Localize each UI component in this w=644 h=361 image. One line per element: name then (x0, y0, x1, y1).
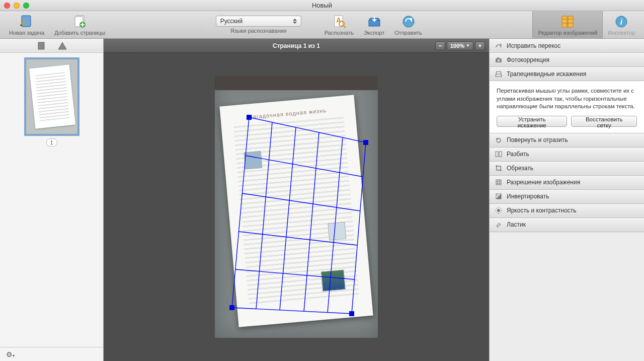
eraser-label: Ластик (507, 221, 526, 228)
svg-point-8 (403, 16, 414, 27)
warnings-icon[interactable] (58, 41, 67, 50)
tools-panel: Исправить перекос Фотокоррекция Трапецие… (489, 39, 644, 361)
svg-line-44 (501, 208, 502, 209)
rotate-flip-label: Повернуть и отразить (507, 136, 568, 143)
window-zoom-button[interactable] (23, 3, 29, 9)
invert-section[interactable]: Инвертировать (490, 190, 644, 204)
svg-text:A: A (336, 16, 341, 24)
page-thumbnail-number: 1 (46, 138, 57, 147)
titlebar: Новый (0, 0, 644, 11)
pages-sidebar: 1 ⚙▾ (0, 39, 104, 361)
svg-rect-29 (497, 57, 499, 59)
crop-label: Обрезать (507, 165, 533, 172)
send-icon (400, 14, 417, 30)
export-icon (366, 14, 382, 30)
split-icon (495, 150, 503, 158)
recognize-icon: A (331, 14, 347, 30)
send-button[interactable]: Отправить (389, 11, 427, 38)
settings-gear-icon[interactable]: ⚙▾ (6, 350, 15, 358)
crop-icon (495, 164, 503, 172)
document-image[interactable]: Загадочная водная жизнь (215, 76, 378, 338)
export-button[interactable]: Экспорт (359, 11, 389, 38)
svg-rect-26 (229, 305, 234, 310)
new-task-button[interactable]: Новая задача (4, 11, 49, 38)
deskew-label: Исправить перекос (507, 42, 560, 49)
image-editor-icon (559, 14, 576, 30)
deskew-icon (495, 42, 503, 50)
language-caption: Языки распознавания (230, 28, 287, 34)
add-pages-label: Добавить страницы (54, 30, 105, 36)
inspector-tab[interactable]: i Инспектор (603, 11, 640, 38)
inspector-label: Инспектор (608, 30, 635, 36)
svg-rect-9 (562, 16, 567, 27)
split-label: Разбить (507, 151, 529, 158)
main-toolbar: Новая задача Добавить страницы Русский Я… (0, 11, 644, 39)
page-indicator: Страница 1 из 1 (273, 42, 320, 49)
invert-label: Инвертировать (507, 193, 549, 200)
svg-rect-13 (38, 42, 44, 49)
send-label: Отправить (394, 30, 422, 36)
camera-icon (495, 56, 503, 64)
photo-correction-section[interactable]: Фотокоррекция (490, 53, 644, 67)
recognize-label: Распознать (325, 30, 354, 36)
rotate-flip-section[interactable]: Повернуть и отразить (490, 133, 644, 148)
svg-rect-32 (496, 152, 498, 157)
recognize-button[interactable]: A Распознать (319, 11, 359, 38)
svg-rect-0 (22, 16, 31, 27)
svg-line-41 (496, 208, 497, 209)
svg-rect-24 (363, 140, 368, 145)
deskew-section[interactable]: Исправить перекос (490, 39, 644, 53)
language-selected: Русский (220, 18, 243, 25)
resolution-icon (495, 178, 503, 186)
svg-point-28 (498, 59, 500, 61)
resolution-section[interactable]: Разрешение изображения (490, 176, 644, 190)
new-task-icon (19, 14, 35, 30)
eraser-icon (495, 221, 503, 229)
add-pages-icon (72, 14, 88, 30)
window-title: Новый (312, 2, 332, 9)
rotate-icon (495, 136, 503, 144)
crop-section[interactable]: Обрезать (490, 162, 644, 176)
reset-grid-button[interactable]: Восстановить сетку (571, 116, 637, 127)
export-label: Экспорт (364, 30, 384, 36)
svg-rect-34 (496, 180, 501, 185)
window-minimize-button[interactable] (14, 3, 20, 9)
photo-correction-label: Фотокоррекция (507, 56, 549, 63)
window-close-button[interactable] (4, 3, 10, 9)
fix-distortion-button[interactable]: Устранить искажение (497, 116, 567, 127)
invert-icon (495, 192, 503, 200)
svg-rect-33 (499, 152, 502, 157)
split-section[interactable]: Разбить (490, 148, 644, 162)
inspector-icon: i (613, 14, 629, 30)
language-select[interactable]: Русский (216, 16, 301, 27)
add-pages-button[interactable]: Добавить страницы (49, 11, 110, 38)
pages-view-icon[interactable] (37, 41, 46, 50)
image-editor-tab[interactable]: Редактор изображений (532, 11, 603, 38)
brightness-icon (495, 206, 503, 214)
trapezoid-icon (495, 70, 503, 78)
canvas-area: Страница 1 из 1 − 100%▼ + Загадочная вод… (104, 39, 489, 361)
eraser-section[interactable]: Ластик (490, 218, 644, 232)
brightness-contrast-label: Яркость и контрастность (507, 207, 577, 214)
svg-line-42 (501, 212, 502, 213)
zoom-in-button[interactable]: + (475, 41, 485, 50)
zoom-out-button[interactable]: − (435, 41, 445, 50)
trapezoid-help-text: Перетаскивая мышью углы рамки, совместит… (497, 87, 637, 111)
new-task-label: Новая задача (9, 30, 44, 36)
svg-rect-10 (568, 16, 573, 27)
image-editor-label: Редактор изображений (538, 30, 597, 36)
trapezoid-section[interactable]: Трапециевидные искажения (490, 67, 644, 81)
zoom-level[interactable]: 100%▼ (447, 41, 473, 50)
svg-point-36 (497, 209, 500, 212)
trapezoid-content: Перетаскивая мышью углы рамки, совместит… (490, 81, 644, 133)
svg-point-1 (20, 24, 22, 26)
page-thumbnail[interactable] (26, 59, 78, 134)
svg-text:i: i (620, 18, 623, 26)
resolution-label: Разрешение изображения (507, 179, 580, 186)
svg-line-43 (496, 212, 497, 213)
brightness-contrast-section[interactable]: Яркость и контрастность (490, 204, 644, 218)
trapezoid-label: Трапециевидные искажения (507, 70, 586, 78)
